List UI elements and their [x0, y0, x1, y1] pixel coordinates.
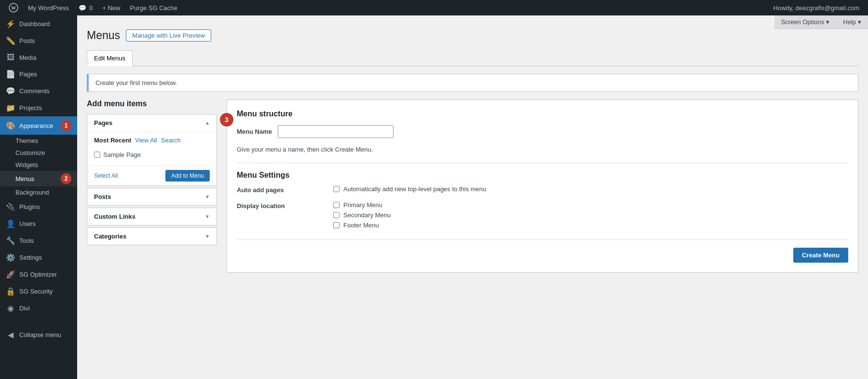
sidebar-submenu-background[interactable]: Background	[0, 186, 77, 198]
auto-add-checkbox[interactable]	[333, 186, 339, 192]
footer-menu-checkbox[interactable]	[333, 222, 339, 228]
notice-text: Create your first menu below.	[95, 79, 177, 86]
posts-accordion: Posts ▼	[87, 188, 217, 206]
sidebar-item-sg-security[interactable]: 🔒 SG Security	[0, 283, 77, 300]
site-name-label: My WordPress	[28, 4, 69, 12]
create-menu-notice: Create your first menu below.	[87, 74, 858, 92]
sidebar-item-dashboard-label: Dashboard	[19, 20, 50, 28]
sidebar-item-posts[interactable]: ✏️ Posts	[0, 32, 77, 49]
sidebar-item-tools[interactable]: 🔧 Tools	[0, 232, 77, 249]
help-chevron: ▾	[858, 18, 861, 26]
howdy-text: Howdy, deezgrafix@gmail.com	[773, 4, 859, 12]
auto-add-row: Auto add pages Automatically add new top…	[237, 185, 848, 196]
secondary-menu-checkbox[interactable]	[333, 212, 339, 218]
tab-edit-menus[interactable]: Edit Menus	[87, 50, 133, 66]
sidebar-item-divi[interactable]: ◉ Divi	[0, 300, 77, 317]
comments-item[interactable]: 💬 0	[74, 0, 97, 15]
create-menu-footer: Create Menu	[237, 239, 848, 263]
sidebar-item-media[interactable]: 🖼 Media	[0, 49, 77, 66]
footer-menu-label: Footer Menu	[343, 222, 379, 229]
divi-icon: ◉	[6, 304, 15, 313]
pages-tab-most-recent[interactable]: Most Recent	[94, 137, 131, 144]
sidebar-item-comments[interactable]: 💬 Comments	[0, 83, 77, 99]
page-header: Menus Manage with Live Preview	[87, 25, 858, 42]
sidebar-submenu-customize[interactable]: Customize	[0, 147, 77, 159]
comments-count: 0	[89, 4, 93, 12]
posts-accordion-header[interactable]: Posts ▼	[87, 188, 217, 205]
menus-step-badge: 2	[61, 173, 71, 184]
wp-logo-item[interactable]: W	[4, 0, 23, 15]
howdy-item[interactable]: Howdy, deezgrafix@gmail.com	[769, 0, 864, 15]
sidebar-item-pages[interactable]: 📄 Pages	[0, 66, 77, 83]
sidebar-item-sg-optimizer[interactable]: 🚀 SG Optimizer	[0, 266, 77, 283]
footer-menu-row: Footer Menu	[333, 222, 848, 229]
nav-tabs: Edit Menus	[87, 50, 858, 66]
site-name-item[interactable]: My WordPress	[23, 0, 74, 15]
widgets-label: Widgets	[15, 161, 38, 168]
live-preview-button[interactable]: Manage with Live Preview	[126, 29, 211, 42]
sidebar-item-comments-label: Comments	[19, 87, 50, 95]
purge-label: Purge SG Cache	[130, 4, 177, 12]
new-item[interactable]: + New	[97, 0, 125, 15]
menu-name-label: Menu Name	[237, 128, 272, 135]
sidebar-submenu-menus[interactable]: Menus 2	[0, 171, 77, 186]
primary-menu-row: Primary Menu	[333, 201, 848, 209]
sidebar-item-posts-label: Posts	[19, 37, 35, 44]
categories-chevron-icon: ▼	[205, 234, 210, 239]
pages-tab-view-all[interactable]: View All	[135, 137, 157, 144]
custom-links-accordion-header[interactable]: Custom Links ▼	[87, 208, 217, 225]
collapse-icon: ◀	[6, 330, 15, 339]
purge-cache-item[interactable]: Purge SG Cache	[125, 0, 182, 15]
sidebar-item-projects[interactable]: 📁 Projects	[0, 99, 77, 116]
tools-icon: 🔧	[6, 236, 15, 245]
admin-bar: W My WordPress 💬 0 + New Purge SG Cache …	[0, 0, 868, 15]
sidebar-item-plugins[interactable]: 🔌 Plugins	[0, 198, 77, 215]
sidebar-item-users-label: Users	[19, 220, 36, 227]
sidebar-item-collapse[interactable]: ◀ Collapse menu	[0, 326, 77, 343]
pages-tab-search[interactable]: Search	[161, 137, 181, 144]
auto-add-checkbox-row: Automatically add new top-level pages to…	[333, 185, 848, 193]
sidebar-submenu-widgets[interactable]: Widgets	[0, 159, 77, 171]
sidebar-item-media-label: Media	[19, 54, 36, 61]
categories-accordion-header[interactable]: Categories ▼	[87, 228, 217, 245]
posts-accordion-label: Posts	[94, 193, 111, 200]
sidebar-item-users[interactable]: 👤 Users	[0, 215, 77, 232]
pages-accordion-footer: Select All Add to Menu	[87, 166, 217, 185]
users-icon: 👤	[6, 219, 15, 228]
add-to-menu-button[interactable]: Add to Menu	[165, 170, 210, 182]
sidebar: ⚡ Dashboard ✏️ Posts 🖼 Media 📄 Pages 💬 C…	[0, 15, 77, 379]
create-menu-button[interactable]: Create Menu	[793, 248, 848, 263]
sidebar-item-divi-label: Divi	[19, 305, 30, 312]
sidebar-item-appearance[interactable]: 🎨 Appearance 1	[0, 116, 77, 135]
secondary-menu-row: Secondary Menu	[333, 211, 848, 219]
screen-options-button[interactable]: Screen Options ▾	[774, 15, 837, 29]
menu-name-row: Menu Name	[237, 125, 848, 138]
sidebar-submenu-themes[interactable]: Themes	[0, 135, 77, 147]
sidebar-item-dashboard[interactable]: ⚡ Dashboard	[0, 15, 77, 32]
sample-page-checkbox[interactable]	[94, 152, 100, 158]
auto-add-label: Auto add pages	[237, 185, 333, 194]
pages-accordion-content: Most Recent View All Search Sample Page	[87, 131, 217, 166]
sidebar-item-projects-label: Projects	[19, 104, 42, 112]
sidebar-item-settings-label: Settings	[19, 254, 42, 261]
secondary-menu-label: Secondary Menu	[343, 211, 391, 219]
pages-accordion-header[interactable]: Pages ▲	[87, 114, 217, 131]
add-menu-items-title: Add menu items	[87, 99, 217, 108]
primary-menu-checkbox[interactable]	[333, 202, 339, 208]
select-all-link[interactable]: Select All	[94, 172, 118, 179]
sidebar-item-sg-optimizer-label: SG Optimizer	[19, 271, 57, 278]
menu-name-input[interactable]	[278, 125, 393, 138]
plugins-icon: 🔌	[6, 202, 15, 211]
media-icon: 🖼	[6, 53, 15, 62]
posts-chevron-icon: ▼	[205, 194, 210, 199]
auto-add-content: Automatically add new top-level pages to…	[333, 185, 848, 196]
custom-links-accordion: Custom Links ▼	[87, 208, 217, 225]
sidebar-item-plugins-label: Plugins	[19, 203, 40, 211]
screen-options-label: Screen Options	[781, 18, 825, 26]
help-button[interactable]: Help ▾	[836, 15, 868, 29]
auto-add-checkbox-label: Automatically add new top-level pages to…	[343, 185, 486, 193]
display-location-label: Display location	[237, 201, 333, 210]
screen-options-chevron: ▾	[826, 18, 829, 26]
menu-structure-panel: 3 Menu structure Menu Name Give your men…	[227, 99, 858, 273]
sidebar-item-settings[interactable]: ⚙️ Settings	[0, 249, 77, 266]
